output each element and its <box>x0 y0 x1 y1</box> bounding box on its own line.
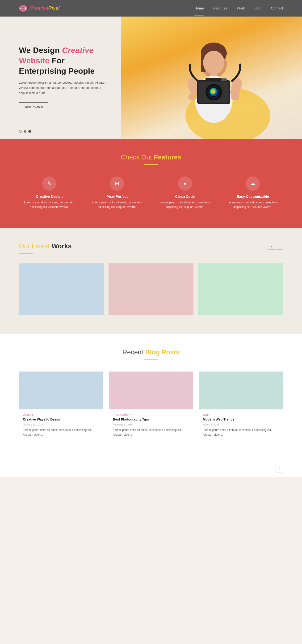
hero-section: We Design Creative Website For Enterpris… <box>0 16 302 140</box>
easy-customizable-icon: ☁ <box>246 176 260 191</box>
feature-desc-3: Lorem ipsum dolor sit amet, consectetur … <box>222 200 283 209</box>
logo-text: KreativePixel <box>29 5 59 11</box>
blog-excerpt-2: Lorem ipsum dolor sit amet, consectetur … <box>203 428 279 437</box>
works-prev-button[interactable]: ‹ <box>268 242 275 250</box>
feature-card-0: ✎ Creative Design Lorem ipsum dolor sit … <box>19 176 80 209</box>
blog-card-body-2: Web Modern Web Trends March 3, 2015 Lore… <box>199 410 283 440</box>
logo-icon <box>19 4 27 12</box>
nav-links: Home Features Work Blog Contact <box>194 6 283 10</box>
hero-dots <box>19 130 31 133</box>
navbar: KreativePixel Home Features Work Blog Co… <box>0 0 302 16</box>
features-header: Check Out Features <box>19 154 283 165</box>
svg-rect-23 <box>221 78 227 81</box>
work-card-2[interactable] <box>198 264 283 316</box>
feature-title-0: Creative Design <box>19 194 80 198</box>
nav-item-contact[interactable]: Contact <box>271 6 283 10</box>
blog-title-2: Modern Web Trends <box>203 418 279 421</box>
works-navigation: ‹ › <box>268 242 283 250</box>
blog-title-0: Creative Ways to Design <box>23 418 99 421</box>
hero-content: We Design Creative Website For Enterpris… <box>19 45 109 111</box>
works-section: Our Latest Works ‹ › <box>0 228 302 334</box>
creative-design-icon: ✎ <box>42 176 56 191</box>
nav-item-work[interactable]: Work <box>237 6 245 10</box>
works-heading: Our Latest Works <box>19 242 72 250</box>
nav-item-home[interactable]: Home <box>194 6 204 10</box>
features-divider <box>144 164 158 165</box>
hero-description: Lorem ipsum dolor sit amet, consectetur … <box>19 80 109 96</box>
blog-date-0: January 12, 2015 <box>23 423 99 426</box>
blog-tag-2: Web <box>203 413 279 416</box>
blog-tag-1: Photography <box>113 413 189 416</box>
svg-point-8 <box>203 51 224 74</box>
feature-card-1: ⊞ Pixel Perfect Lorem ipsum dolor sit am… <box>87 176 148 209</box>
features-section: Check Out Features ✎ Creative Design Lor… <box>0 140 302 228</box>
feature-desc-2: Lorem ipsum dolor sit amet, consectetur … <box>154 200 215 209</box>
work-card-1[interactable] <box>109 264 193 316</box>
blog-date-1: February 8, 2015 <box>113 423 189 426</box>
features-grid: ✎ Creative Design Lorem ipsum dolor sit … <box>19 176 283 209</box>
svg-point-13 <box>188 93 197 100</box>
blog-heading: Recent Blog Posts <box>19 348 283 356</box>
features-heading: Check Out Features <box>19 154 283 161</box>
blog-card-body-0: Design Creative Ways to Design January 1… <box>19 410 103 440</box>
blog-card-image-0 <box>19 372 103 410</box>
feature-card-3: ☁ Easy Customizable Lorem ipsum dolor si… <box>222 176 283 209</box>
hero-illustration <box>121 16 302 140</box>
blog-card-1: Photography Best Photography Tips Februa… <box>109 371 193 441</box>
feature-title-3: Easy Customizable <box>222 194 283 198</box>
blog-card-0: Design Creative Ways to Design January 1… <box>19 371 103 441</box>
dot-3[interactable] <box>28 130 31 133</box>
hero-image <box>121 16 302 140</box>
svg-point-21 <box>213 91 215 93</box>
blog-excerpt-1: Lorem ipsum dolor sit amet, consectetur … <box>113 428 189 437</box>
blog-card-image-2 <box>199 372 283 410</box>
feature-desc-1: Lorem ipsum dolor sit amet, consectetur … <box>87 200 148 209</box>
feature-card-2: ♦ Clean Code Lorem ipsum dolor sit amet,… <box>154 176 215 209</box>
blog-tag-0: Design <box>23 413 99 416</box>
blog-excerpt-0: Lorem ipsum dolor sit amet, consectetur … <box>23 428 99 437</box>
blog-divider <box>144 359 158 360</box>
works-grid <box>19 264 283 316</box>
clean-code-icon: ♦ <box>178 176 192 191</box>
feature-desc-0: Lorem ipsum dolor sit amet, consectetur … <box>19 200 80 209</box>
back-to-top-button[interactable]: ^ <box>276 465 283 472</box>
blog-title-1: Best Photography Tips <box>113 418 189 421</box>
blog-date-2: March 3, 2015 <box>203 423 279 426</box>
feature-title-1: Pixel Perfect <box>87 194 148 198</box>
works-divider <box>19 253 33 254</box>
nav-item-blog[interactable]: Blog <box>254 6 261 10</box>
works-next-button[interactable]: › <box>276 242 283 250</box>
blog-section: Recent Blog Posts Design Creative Ways t… <box>0 334 302 460</box>
work-card-0[interactable] <box>19 264 104 316</box>
blog-card-image-1 <box>109 372 193 410</box>
dot-1[interactable] <box>19 130 22 133</box>
svg-rect-22 <box>205 78 222 82</box>
svg-point-14 <box>231 93 239 100</box>
pixel-perfect-icon: ⊞ <box>110 176 124 191</box>
works-header: Our Latest Works ‹ › <box>19 242 283 250</box>
blog-card-2: Web Modern Web Trends March 3, 2015 Lore… <box>199 371 283 441</box>
logo: KreativePixel <box>19 4 59 12</box>
dot-2[interactable] <box>24 130 26 133</box>
blog-grid: Design Creative Ways to Design January 1… <box>19 371 283 441</box>
hero-title: We Design Creative Website For Enterpris… <box>19 45 109 76</box>
nav-item-features[interactable]: Features <box>213 6 227 10</box>
blog-header: Recent Blog Posts <box>19 348 283 360</box>
feature-title-2: Clean Code <box>154 194 215 198</box>
blog-card-body-1: Photography Best Photography Tips Februa… <box>109 410 193 440</box>
view-projects-button[interactable]: View Projects <box>19 102 48 111</box>
footer: ^ <box>0 460 302 477</box>
